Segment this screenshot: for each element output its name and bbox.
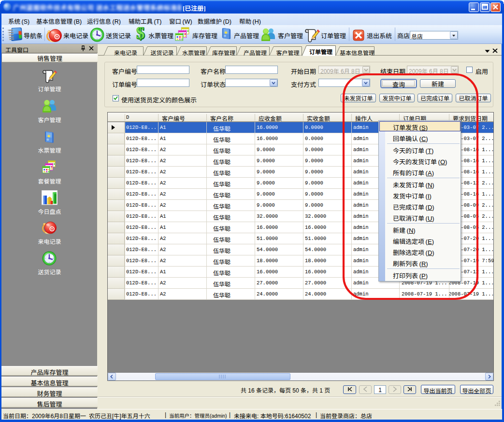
svg-text:$: $ xyxy=(136,27,145,42)
